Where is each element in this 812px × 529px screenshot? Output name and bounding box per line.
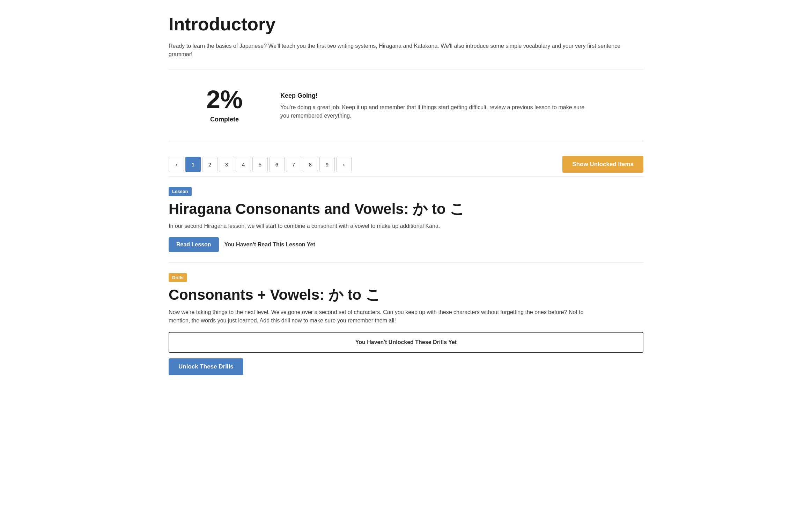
read-lesson-button[interactable]: Read Lesson [169, 237, 219, 252]
progress-number: 2% [190, 87, 259, 112]
pagination-page-4[interactable]: 4 [236, 157, 251, 172]
progress-percent-block: 2% Complete [190, 87, 259, 124]
drills-description: Now we're taking things to the next leve… [169, 308, 588, 325]
pagination-page-9[interactable]: 9 [319, 157, 335, 172]
drills-locked-text: You Haven't Unlocked These Drills Yet [355, 339, 457, 345]
drills-locked-box: You Haven't Unlocked These Drills Yet [169, 332, 643, 353]
lesson-title: Hiragana Consonants and Vowels: か to こ [169, 200, 643, 218]
lesson-action-row: Read Lesson You Haven't Read This Lesson… [169, 237, 643, 252]
pagination-next[interactable]: › [336, 157, 352, 172]
page-description: Ready to learn the basics of Japanese? W… [169, 42, 622, 59]
lesson-status-text: You Haven't Read This Lesson Yet [224, 240, 315, 249]
show-unlocked-button[interactable]: Show Unlocked Items [562, 156, 643, 173]
pagination-page-3[interactable]: 3 [219, 157, 234, 172]
complete-label: Complete [190, 115, 259, 124]
drills-title: Consonants + Vowels: か to こ [169, 286, 643, 304]
lesson-description: In our second Hiragana lesson, we will s… [169, 222, 588, 230]
pagination-page-1[interactable]: 1 [185, 157, 201, 172]
progress-divider [169, 142, 643, 142]
drills-section: Drills Consonants + Vowels: か to こ Now w… [169, 262, 643, 386]
progress-message-title: Keep Going! [280, 91, 595, 100]
progress-message-body: You're doing a great job. Keep it up and… [280, 103, 595, 120]
progress-message-block: Keep Going! You're doing a great job. Ke… [280, 91, 595, 120]
header-divider [169, 69, 643, 69]
pagination-prev[interactable]: ‹ [169, 157, 184, 172]
lesson-badge: Lesson [169, 187, 192, 196]
pagination-page-2[interactable]: 2 [202, 157, 217, 172]
lesson-section: Lesson Hiragana Consonants and Vowels: か… [169, 176, 643, 262]
progress-section: 2% Complete Keep Going! You're doing a g… [169, 76, 643, 135]
unlock-drills-button[interactable]: Unlock These Drills [169, 358, 243, 375]
pagination-row: ‹ 1 2 3 4 5 6 7 8 9 › Show Unlocked Item… [169, 149, 643, 176]
page-title: Introductory [169, 10, 643, 38]
pagination-page-7[interactable]: 7 [286, 157, 301, 172]
pagination-page-6[interactable]: 6 [269, 157, 285, 172]
pagination-page-8[interactable]: 8 [303, 157, 318, 172]
pagination: ‹ 1 2 3 4 5 6 7 8 9 › [169, 157, 352, 172]
drills-badge: Drills [169, 273, 187, 282]
pagination-page-5[interactable]: 5 [252, 157, 268, 172]
